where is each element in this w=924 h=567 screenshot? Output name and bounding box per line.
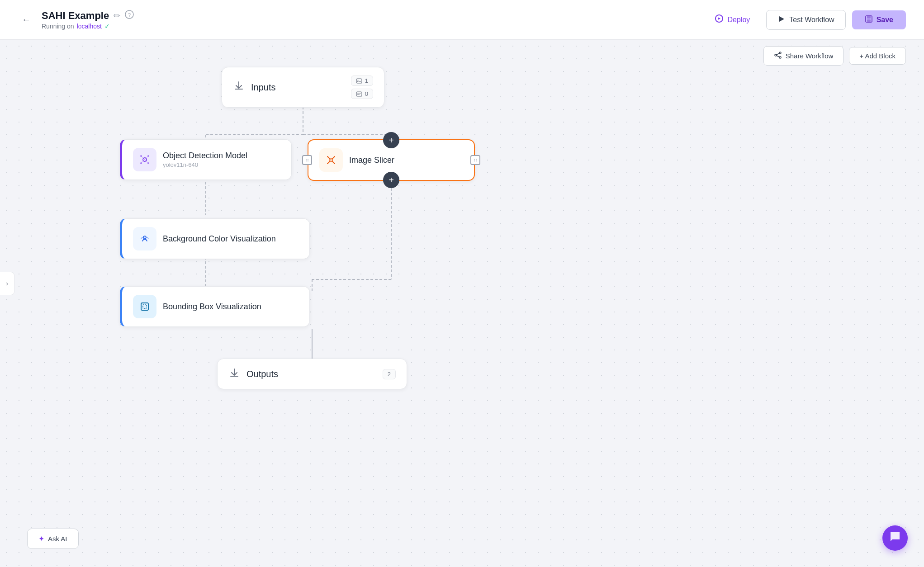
help-icon[interactable]: ?: [125, 10, 134, 21]
inputs-label: Inputs: [251, 82, 275, 93]
svg-rect-4: [867, 19, 871, 22]
inputs-left: Inputs: [233, 80, 275, 94]
image-slicer-icon: [319, 148, 343, 172]
bg-color-icon: [133, 227, 156, 250]
save-icon: [865, 15, 873, 25]
svg-rect-40: [143, 305, 147, 308]
object-detection-node[interactable]: Object Detection Model yolov11n-640: [120, 139, 292, 180]
deploy-label: Deploy: [728, 16, 750, 24]
inputs-badge-params: 0: [351, 89, 373, 99]
svg-rect-39: [141, 303, 148, 310]
inputs-param-count: 0: [365, 90, 368, 97]
deploy-button[interactable]: Deploy: [704, 9, 760, 30]
add-connection-top[interactable]: +: [383, 132, 399, 148]
outputs-badge: 2: [383, 369, 396, 379]
add-block-label: + Add Block: [859, 52, 896, 60]
svg-point-31: [306, 161, 307, 161]
outputs-node[interactable]: Outputs 2: [217, 359, 407, 389]
back-button[interactable]: ←: [18, 12, 34, 28]
title-row: SAHI Example ✏ ?: [42, 10, 134, 22]
image-slicer-title: Image Slicer: [349, 156, 394, 165]
svg-point-35: [476, 159, 477, 160]
slicer-handle-right[interactable]: [470, 155, 480, 165]
share-workflow-button[interactable]: Share Workflow: [763, 46, 844, 66]
object-detection-title: Object Detection Model: [163, 151, 247, 161]
svg-rect-23: [356, 92, 362, 96]
svg-point-6: [775, 54, 777, 56]
bg-color-title: Background Color Visualization: [163, 234, 276, 244]
chevron-right-icon: ›: [6, 280, 8, 287]
edit-icon[interactable]: ✏: [114, 11, 120, 21]
svg-point-30: [308, 159, 308, 160]
sidebar-toggle[interactable]: ›: [0, 272, 14, 295]
bbox-title: Bounding Box Visualization: [163, 302, 261, 312]
save-label: Save: [877, 16, 893, 24]
canvas: Inputs 1 0 Object Detect: [0, 40, 924, 567]
bbox-icon: [133, 295, 156, 318]
svg-point-37: [476, 161, 477, 161]
svg-rect-3: [867, 16, 871, 19]
svg-point-33: [330, 159, 332, 161]
play-icon: [777, 15, 786, 25]
svg-text:?: ?: [128, 12, 131, 18]
svg-point-22: [357, 80, 358, 80]
slicer-handle-left[interactable]: [302, 155, 312, 165]
svg-point-36: [474, 161, 475, 161]
localhost-label: localhost: [77, 23, 102, 30]
outputs-count: 2: [388, 371, 391, 378]
add-connection-bottom[interactable]: +: [383, 172, 399, 188]
image-slicer-node[interactable]: + Image Slicer +: [308, 139, 475, 181]
app-title: SAHI Example: [42, 10, 109, 22]
outputs-icon: [228, 367, 240, 381]
title-area: SAHI Example ✏ ? Running on localhost ✓: [42, 10, 134, 30]
test-label: Test Workflow: [789, 16, 834, 24]
ask-ai-label: Ask AI: [48, 535, 67, 543]
test-workflow-button[interactable]: Test Workflow: [766, 10, 845, 30]
outputs-label: Outputs: [246, 369, 278, 379]
inputs-image-count: 1: [365, 77, 368, 84]
deploy-icon: [714, 14, 724, 26]
svg-rect-21: [356, 79, 362, 83]
back-icon: ←: [22, 14, 31, 25]
header: ← SAHI Example ✏ ? Running on localhost …: [0, 0, 924, 40]
ask-ai-button[interactable]: ✦ Ask AI: [27, 529, 79, 549]
inputs-badge-images: 1: [351, 76, 373, 86]
svg-point-7: [779, 57, 781, 58]
object-detection-subtitle: yolov11n-640: [163, 161, 247, 168]
svg-point-32: [308, 161, 308, 161]
share-label: Share Workflow: [786, 52, 834, 60]
object-detection-text: Object Detection Model yolov11n-640: [163, 151, 247, 168]
inputs-badges: 1 0: [351, 76, 373, 99]
sub-header: Share Workflow + Add Block: [763, 40, 906, 72]
bg-color-node[interactable]: Background Color Visualization: [120, 218, 310, 259]
inputs-icon: [233, 80, 245, 94]
inputs-node[interactable]: Inputs 1 0: [222, 67, 384, 108]
bbox-node[interactable]: Bounding Box Visualization: [120, 286, 310, 327]
running-label: Running on: [42, 23, 74, 30]
check-icon: ✓: [104, 23, 110, 30]
outputs-left: Outputs: [228, 367, 278, 381]
sparkle-icon: ✦: [38, 534, 44, 543]
save-button[interactable]: Save: [852, 10, 906, 29]
header-left: ← SAHI Example ✏ ? Running on localhost …: [18, 10, 134, 30]
add-block-button[interactable]: + Add Block: [849, 47, 906, 65]
svg-point-34: [474, 159, 475, 160]
object-detection-icon: [133, 148, 156, 171]
svg-point-29: [306, 159, 307, 160]
running-row: Running on localhost ✓: [42, 23, 134, 30]
share-icon: [774, 51, 782, 61]
chat-icon: [889, 530, 901, 546]
svg-point-5: [779, 52, 781, 54]
chat-button[interactable]: [882, 525, 908, 551]
header-right: Deploy Test Workflow Save: [704, 9, 906, 30]
